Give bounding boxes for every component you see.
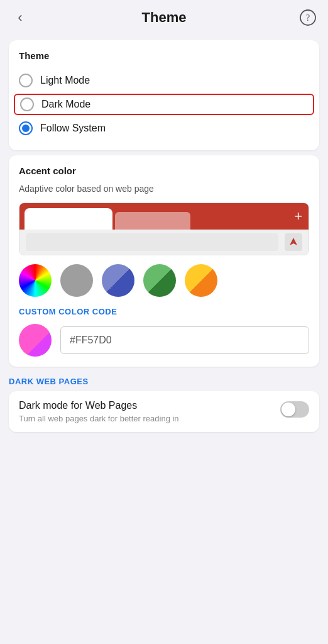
follow-system-radio[interactable] — [19, 121, 33, 135]
address-bar[interactable] — [26, 233, 278, 251]
light-mode-option[interactable]: Light Mode — [19, 69, 309, 92]
dark-web-pages-inner: Dark mode for Web Pages Turn all web pag… — [19, 400, 309, 423]
theme-card: Theme Light Mode Dark Mode Follow System — [9, 40, 319, 150]
browser-addressbar — [19, 230, 309, 255]
dark-mode-label: Dark Mode — [41, 99, 90, 110]
browser-tabs: + — [19, 203, 309, 230]
follow-system-option[interactable]: Follow System — [19, 116, 309, 140]
header: ‹ Theme ? — [0, 0, 328, 35]
new-tab-plus[interactable]: + — [294, 208, 302, 225]
vivaldi-icon — [285, 233, 302, 251]
browser-tab-active — [25, 208, 112, 230]
custom-color-swatch[interactable] — [19, 324, 52, 357]
toggle-knob — [282, 402, 295, 416]
dark-web-pages-desc: Turn all web pages dark for better readi… — [19, 414, 179, 423]
dark-web-pages-toggle[interactable] — [280, 401, 309, 418]
custom-color-input[interactable] — [60, 326, 309, 354]
swatch-blue[interactable] — [102, 264, 134, 297]
swatch-yellow[interactable] — [185, 264, 217, 297]
browser-preview: + — [19, 203, 309, 255]
accent-section-label: Accent color — [19, 165, 309, 176]
follow-system-radio-fill — [22, 125, 30, 132]
browser-tab-inactive — [115, 212, 190, 230]
dark-mode-option[interactable]: Dark Mode — [14, 94, 314, 115]
accent-color-card: Accent color Adaptive color based on web… — [9, 155, 319, 367]
help-icon: ? — [300, 9, 316, 26]
swatch-rainbow[interactable] — [19, 264, 52, 297]
swatch-gray[interactable] — [60, 264, 93, 297]
dark-web-pages-text: Dark mode for Web Pages Turn all web pag… — [19, 400, 179, 423]
dark-web-pages-section-label: DARK WEB PAGES — [9, 377, 319, 386]
theme-section-label: Theme — [19, 50, 309, 61]
dark-mode-radio[interactable] — [20, 97, 34, 111]
help-button[interactable]: ? — [298, 8, 318, 28]
dark-web-pages-row: Dark mode for Web Pages Turn all web pag… — [9, 391, 319, 432]
swatch-green[interactable] — [143, 264, 176, 297]
color-swatches — [19, 264, 309, 297]
dark-web-pages-title: Dark mode for Web Pages — [19, 400, 179, 411]
accent-subtitle: Adaptive color based on web page — [19, 184, 309, 194]
light-mode-label: Light Mode — [40, 75, 90, 86]
vivaldi-logo — [288, 236, 299, 248]
custom-color-row — [19, 324, 309, 357]
back-button[interactable]: ‹ — [10, 9, 30, 26]
follow-system-label: Follow System — [40, 123, 106, 134]
custom-color-label: CUSTOM COLOR CODE — [19, 307, 309, 316]
light-mode-radio[interactable] — [19, 74, 33, 87]
page-title: Theme — [142, 9, 187, 26]
svg-text:?: ? — [306, 13, 310, 23]
